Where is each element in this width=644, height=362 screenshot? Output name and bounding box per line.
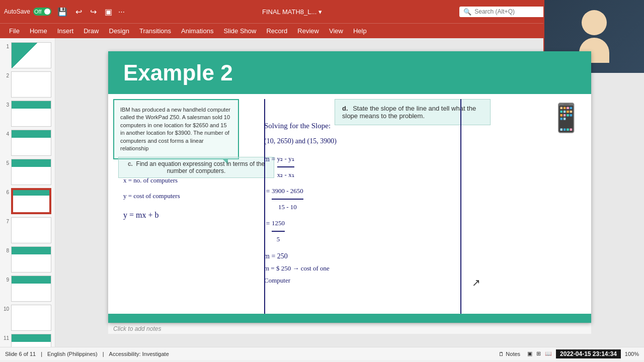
menu-home[interactable]: Home xyxy=(25,25,52,37)
main-area: 1 2 3 4 5 6 7 8 xyxy=(0,38,644,347)
hw-m-label: m = xyxy=(264,152,277,166)
thumb-img-1 xyxy=(11,42,51,68)
hw-solving-header: Solving for the Slope: xyxy=(264,119,455,133)
thumb-img-6 xyxy=(11,188,51,214)
menu-record[interactable]: Record xyxy=(261,25,292,37)
info-text: IBM has produced a new handheld computer… xyxy=(120,107,230,151)
slide-num-10: 10 xyxy=(2,305,9,312)
hw-denominator-2: 15 - 10 xyxy=(272,200,303,214)
hw-fraction-1: y₂ - y₁ x₂ - x₁ xyxy=(277,152,294,182)
slide-thumb-8[interactable]: 8 xyxy=(2,246,53,273)
part-c-text: Find an equation expressing cost in term… xyxy=(136,160,265,174)
hw-eq1: = xyxy=(264,185,272,199)
slide-num-2: 2 xyxy=(2,71,9,78)
slide-thumb-2[interactable]: 2 xyxy=(2,71,53,98)
slide-num-4: 4 xyxy=(2,130,9,137)
thumb-img-9 xyxy=(11,276,51,302)
device-image: 📱 xyxy=(549,102,584,134)
status-right: 🗒 Notes ▣ ⊞ 📖 2022-04-15 23:14:34 100% xyxy=(496,349,639,358)
thumb-img-11 xyxy=(11,334,51,347)
formula-calc-2: = 1250 5 xyxy=(264,217,455,246)
hw-line-1: x = no. of computers xyxy=(123,174,180,186)
slide-header: Example 2 xyxy=(108,51,591,94)
slide-thumb-9[interactable]: 9 xyxy=(2,276,53,302)
title-chevron: ▾ xyxy=(318,8,322,16)
slide-num-8: 8 xyxy=(2,246,9,253)
slide-panel: 1 2 3 4 5 6 7 8 xyxy=(0,38,55,347)
menu-slideshow[interactable]: Slide Show xyxy=(218,25,261,37)
slide-num-9: 9 xyxy=(2,276,9,283)
hw-fraction-2: 3900 - 2650 15 - 10 xyxy=(272,185,303,214)
part-c-label: c. xyxy=(128,160,133,167)
slide-thumb-1[interactable]: 1 xyxy=(2,42,53,68)
thumb-img-10 xyxy=(11,305,51,331)
slide-num-7: 7 xyxy=(2,217,9,224)
info-box: IBM has produced a new handheld computer… xyxy=(113,99,239,159)
menu-design[interactable]: Design xyxy=(104,25,134,37)
hw-result-1: m = 250 xyxy=(264,250,455,262)
slide-thumb-6[interactable]: 6 xyxy=(2,188,53,214)
vertical-divider-right xyxy=(460,99,461,323)
thumb-img-2 xyxy=(11,71,51,98)
search-icon: 🔍 xyxy=(463,8,471,16)
hw-denominator-1: x₂ - x₁ xyxy=(277,167,294,182)
datetime-display: 2022-04-15 23:14:34 xyxy=(556,349,621,358)
separator-2: | xyxy=(103,351,104,357)
notes-area[interactable]: Click to add notes xyxy=(108,323,591,334)
autosave-state: Off xyxy=(34,9,41,15)
title-dropdown[interactable]: FINAL MATH8_L... ▾ xyxy=(262,8,322,16)
zoom-level: 100% xyxy=(625,351,639,357)
slide-thumb-4[interactable]: 4 xyxy=(2,130,53,156)
menu-help[interactable]: Help xyxy=(348,25,372,37)
slide-thumb-10[interactable]: 10 xyxy=(2,305,53,331)
slide-num-6: 6 xyxy=(2,188,9,195)
notes-button[interactable]: 🗒 Notes xyxy=(496,350,523,358)
hw-left: x = no. of computers y = cost of compute… xyxy=(123,174,180,223)
slide-info: Slide 6 of 11 xyxy=(5,351,36,357)
more-button[interactable]: ⋯ xyxy=(118,8,125,16)
menu-review[interactable]: Review xyxy=(292,25,324,37)
hw-fraction-3: 1250 5 xyxy=(272,217,285,246)
accessibility-label: Accessibility: Investigate xyxy=(109,351,169,357)
slide-wrapper[interactable]: Example 2 IBM has produced a new handhel… xyxy=(108,51,591,323)
menu-file[interactable]: File xyxy=(4,25,25,37)
save-button[interactable]: 💾 xyxy=(55,5,69,19)
autosave-toggle[interactable]: Off xyxy=(33,8,51,16)
hw-numerator-1: y₂ - y₁ xyxy=(277,152,294,167)
slide-num-3: 3 xyxy=(2,101,9,108)
present-button[interactable]: ▣ xyxy=(103,5,114,19)
title-area: FINAL MATH8_L... ▾ xyxy=(129,8,455,16)
slide-num-11: 11 xyxy=(2,334,9,341)
hw-points: (10, 2650) and (15, 3900) xyxy=(264,135,455,147)
presentation-title: FINAL MATH8_L... xyxy=(262,8,316,16)
view-normal-icon[interactable]: ▣ xyxy=(527,350,532,357)
slide-thumb-7[interactable]: 7 xyxy=(2,217,53,243)
hw-result-3: Computer xyxy=(264,275,455,286)
menu-animations[interactable]: Animations xyxy=(176,25,218,37)
menu-transitions[interactable]: Transitions xyxy=(134,25,176,37)
menu-insert[interactable]: Insert xyxy=(52,25,79,37)
slide-title: Example 2 xyxy=(123,60,233,85)
hw-numerator-2: 3900 - 2650 xyxy=(272,185,303,200)
hw-numerator-3: 1250 xyxy=(272,217,285,232)
redo-button[interactable]: ↪ xyxy=(88,5,99,19)
slide-thumb-5[interactable]: 5 xyxy=(2,159,53,185)
view-grid-icon[interactable]: ⊞ xyxy=(536,350,541,357)
menu-draw[interactable]: Draw xyxy=(78,25,104,37)
slide-thumb-11[interactable]: 11 xyxy=(2,334,53,347)
toggle-knob xyxy=(44,9,50,15)
slide-content: Example 2 IBM has produced a new handhel… xyxy=(55,38,644,347)
undo-button[interactable]: ↩ xyxy=(73,5,84,19)
slide-body: IBM has produced a new handheld computer… xyxy=(108,94,591,314)
slide-num-1: 1 xyxy=(2,42,9,49)
top-bar: AutoSave Off 💾 ↩ ↪ ▣ ⋯ FINAL MATH8_L... … xyxy=(0,0,644,23)
hw-denominator-3: 5 xyxy=(272,232,285,246)
slide-footer xyxy=(108,314,591,323)
part-d-label: d. xyxy=(342,105,348,112)
view-reading-icon[interactable]: 📖 xyxy=(545,350,552,357)
thumb-img-7 xyxy=(11,217,51,243)
menu-view[interactable]: View xyxy=(324,25,348,37)
autosave-area: AutoSave Off xyxy=(4,8,51,16)
click-notes-text: Click to add notes xyxy=(113,325,161,332)
slide-thumb-3[interactable]: 3 xyxy=(2,101,53,127)
